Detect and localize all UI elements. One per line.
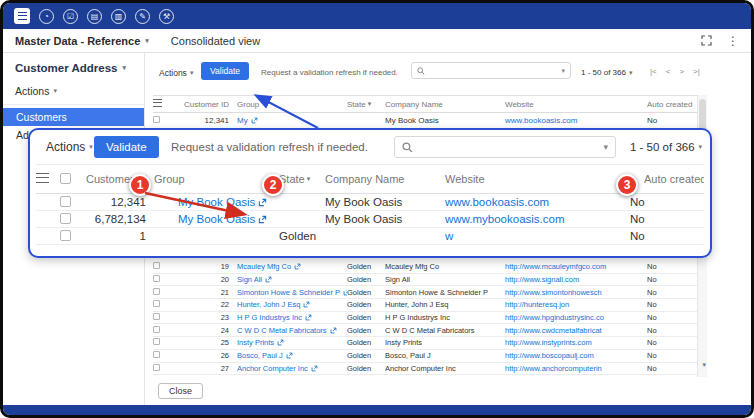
- main-menu-icon[interactable]: [14, 8, 30, 24]
- external-link-icon[interactable]: [303, 301, 310, 308]
- kebab-menu-icon[interactable]: ⋮: [727, 35, 739, 47]
- group-link[interactable]: Mcauley Mfg Co: [237, 262, 291, 271]
- group-link[interactable]: H P G Industrys Inc: [237, 313, 302, 322]
- pagination-range[interactable]: 1 - 50 of 366 ▾: [630, 141, 702, 153]
- group-link[interactable]: Hunter, John J Esq: [237, 300, 300, 309]
- table-row[interactable]: 25Insty PrintsGoldenInsty Printshttp://w…: [153, 337, 698, 350]
- search-input[interactable]: [429, 66, 557, 75]
- website-link[interactable]: http://www.signall.com: [505, 275, 579, 284]
- group-link[interactable]: My Book Oasis: [178, 196, 255, 208]
- table-row[interactable]: 22Hunter, John J EsqGoldenHunter, John J…: [153, 299, 698, 312]
- pagination-range[interactable]: 1 - 50 of 366 ▾: [581, 68, 632, 77]
- website-link[interactable]: http://www.instyprints.com: [505, 338, 592, 347]
- external-link-icon[interactable]: [330, 327, 337, 334]
- external-link-icon[interactable]: [305, 314, 312, 321]
- website-link[interactable]: www.mybookoasis.com: [445, 213, 565, 225]
- table-row[interactable]: 21Simonton Howe & Schneider PGoldenSimon…: [153, 286, 698, 299]
- search-input[interactable]: [419, 141, 597, 153]
- select-all-checkbox[interactable]: [60, 173, 71, 184]
- row-checkbox[interactable]: [153, 351, 160, 358]
- table-row[interactable]: 26Bosco, Paul JGoldenBosco, Paul Jhttp:/…: [153, 350, 698, 363]
- external-link-icon[interactable]: [258, 215, 267, 224]
- website-link[interactable]: www.bookoasis.com: [445, 196, 549, 208]
- row-checkbox[interactable]: [60, 213, 71, 224]
- group-link[interactable]: Simonton Howe & Schneider P: [237, 288, 340, 297]
- row-checkbox[interactable]: [153, 116, 160, 123]
- external-link-icon[interactable]: [311, 365, 318, 372]
- table-row[interactable]: 24C W D C Metal FabricatorsGoldenC W D C…: [153, 324, 698, 337]
- close-button[interactable]: Close: [158, 383, 203, 399]
- sidebar-actions-menu[interactable]: Actions ▾: [3, 74, 144, 103]
- table-row[interactable]: 12,341MyMy Book Oasiswww.bookoasis.comNo: [153, 113, 698, 129]
- col-website[interactable]: Website: [505, 100, 647, 109]
- table-row[interactable]: 19Mcauley Mfg CoGoldenMcauley Mfg Cohttp…: [153, 261, 698, 274]
- sidebar-item-customers[interactable]: Customers: [3, 108, 144, 126]
- row-checkbox[interactable]: [153, 262, 160, 269]
- table-row[interactable]: 1GoldenwNo: [36, 228, 704, 245]
- row-checkbox[interactable]: [153, 313, 160, 320]
- table-row[interactable]: 6,782,134My Book OasisMy Book Oasiswww.m…: [36, 211, 704, 228]
- col-group[interactable]: Group: [154, 173, 279, 185]
- table-row[interactable]: 23H P G Industrys IncGoldenH P G Industr…: [153, 312, 698, 325]
- external-link-icon[interactable]: [265, 276, 272, 283]
- external-link-icon[interactable]: [294, 263, 301, 270]
- row-checkbox[interactable]: [60, 230, 71, 241]
- row-checkbox[interactable]: [153, 275, 160, 282]
- pager-next-button[interactable]: >: [679, 67, 684, 76]
- sidebar-title[interactable]: Customer Address ▾: [3, 53, 144, 74]
- tab-consolidated-view[interactable]: Consolidated view: [171, 35, 260, 47]
- column-settings-icon[interactable]: [36, 173, 49, 183]
- group-link[interactable]: Sign All: [237, 275, 262, 284]
- tools-icon[interactable]: ⚒: [159, 9, 174, 24]
- search-options-chevron-icon[interactable]: ▾: [603, 142, 608, 152]
- pen-icon[interactable]: ✎: [135, 9, 150, 24]
- row-checkbox[interactable]: [153, 364, 160, 371]
- pager-prev-button[interactable]: <: [666, 67, 671, 76]
- scroll-down-icon[interactable]: ▾: [702, 361, 706, 369]
- website-link[interactable]: http://www.anchorcomputerin: [505, 364, 602, 373]
- website-link[interactable]: http://www.mcauleymfgco.com: [505, 262, 606, 271]
- group-link[interactable]: C W D C Metal Fabricators: [237, 326, 327, 335]
- row-checkbox[interactable]: [153, 288, 160, 295]
- row-checkbox[interactable]: [153, 300, 160, 307]
- group-link[interactable]: My Book Oasis: [178, 213, 255, 225]
- document-icon[interactable]: ▤: [87, 9, 102, 24]
- workspace-selector[interactable]: Master Data - Reference ▾: [15, 35, 149, 47]
- clock-icon[interactable]: ◔: [39, 9, 54, 24]
- group-link[interactable]: Anchor Computer Inc: [237, 364, 308, 373]
- library-icon[interactable]: ▥: [111, 9, 126, 24]
- col-website[interactable]: Website: [445, 173, 600, 185]
- col-customer-id[interactable]: Customer ID: [173, 100, 237, 109]
- group-link[interactable]: Bosco, Paul J: [237, 351, 283, 360]
- external-link-icon[interactable]: [258, 198, 267, 207]
- col-company-name[interactable]: Company Name: [325, 173, 445, 185]
- website-link[interactable]: http://www.hpgindustrysinc.co: [505, 313, 604, 322]
- row-checkbox[interactable]: [60, 196, 71, 207]
- col-state[interactable]: State▾: [279, 173, 325, 185]
- website-link[interactable]: http://hunteresq.jon: [505, 300, 569, 309]
- row-checkbox[interactable]: [153, 326, 160, 333]
- fullscreen-icon[interactable]: [701, 35, 712, 46]
- row-checkbox[interactable]: [153, 338, 160, 345]
- col-state[interactable]: State▾: [347, 100, 385, 109]
- pager-first-button[interactable]: |<: [650, 67, 657, 76]
- col-auto-created[interactable]: Auto created: [647, 100, 698, 109]
- website-link[interactable]: http://www.boscopaulj.com: [505, 351, 594, 360]
- validate-button[interactable]: Validate: [94, 136, 159, 158]
- external-link-icon[interactable]: [286, 352, 293, 359]
- validate-button[interactable]: Validate: [201, 62, 249, 80]
- tasks-icon[interactable]: ☑: [63, 9, 78, 24]
- external-link-icon[interactable]: [251, 117, 258, 124]
- website-link[interactable]: http://www.simontonhowesch: [505, 288, 602, 297]
- website-link[interactable]: www.bookoasis.com: [505, 116, 577, 125]
- table-row[interactable]: 27Anchor Computer IncGoldenAnchor Comput…: [153, 363, 698, 376]
- table-row[interactable]: 12,341My Book OasisMy Book Oasiswww.book…: [36, 194, 704, 211]
- col-group[interactable]: Group: [237, 100, 347, 109]
- website-link[interactable]: http://www.cwdcmetalfabricat: [505, 326, 602, 335]
- column-settings-icon[interactable]: [153, 99, 162, 107]
- group-link[interactable]: Insty Prints: [237, 338, 274, 347]
- grid-actions-menu[interactable]: Actions ▾: [159, 68, 193, 78]
- group-link[interactable]: My: [237, 116, 248, 125]
- table-row[interactable]: 20Sign AllGoldenSign Allhttp://www.signa…: [153, 274, 698, 287]
- pager-last-button[interactable]: >|: [693, 67, 700, 76]
